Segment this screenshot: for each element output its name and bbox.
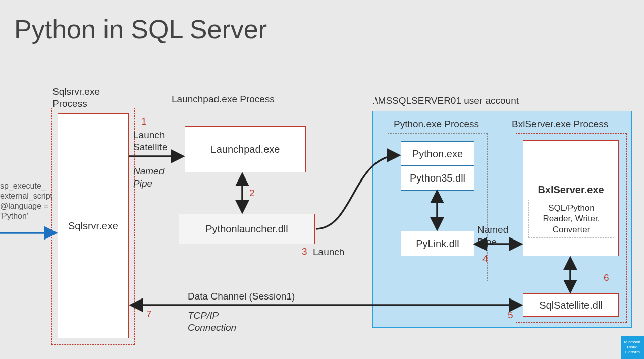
label-data-channel: Data Channel (Session1) xyxy=(188,290,295,303)
box-bxlserver: BxlServer.exe SQL/Python Reader, Writer,… xyxy=(523,140,619,256)
box-bxlserver-sub: SQL/Python Reader, Writer, Converter xyxy=(528,200,614,238)
box-python-exe-label: Python.exe xyxy=(412,148,463,160)
step-5: 5 xyxy=(508,310,513,321)
label-tcpip: TCP/IP Connection xyxy=(188,310,236,334)
label-launch: Launch xyxy=(313,246,344,258)
box-pylink: PyLink.dll xyxy=(401,231,474,256)
step-6: 6 xyxy=(604,272,609,283)
box-pylink-label: PyLink.dll xyxy=(416,238,459,250)
box-python35-label: Python35.dll xyxy=(410,172,465,184)
box-bxlserver-title: BxlServer.exe xyxy=(528,184,613,196)
box-python-exe: Python.exe xyxy=(401,141,474,166)
label-launchpad-process: Launchpad.exe Process xyxy=(172,93,275,105)
footer-logo: Microsoft Cloud Platform xyxy=(621,336,644,359)
label-launch-satellite: Launch Satellite xyxy=(133,129,168,153)
label-sp-execute: sp_execute_ external_script @language = … xyxy=(0,181,52,221)
box-sqlsrvr: Sqlsrvr.exe xyxy=(58,113,129,338)
label-named-pipe-1: Named Pipe xyxy=(133,165,164,190)
label-python-process: Python.exe Process xyxy=(394,118,479,130)
step-3: 3 xyxy=(302,246,307,257)
step-2: 2 xyxy=(249,188,255,199)
box-sqlsatellite: SqlSatellite.dll xyxy=(523,293,619,317)
box-launchpad: Launchpad.exe xyxy=(185,126,306,172)
box-sqlsrvr-label: Sqlsrvr.exe xyxy=(68,220,118,232)
label-named-pipe-2: Named Pipe xyxy=(477,224,508,248)
label-sqlsrvr-process: Sqlsrvr.exe Process xyxy=(52,86,100,110)
step-4: 4 xyxy=(482,253,488,264)
label-bxl-process: BxlServer.exe Process xyxy=(512,118,608,130)
step-1: 1 xyxy=(141,116,147,127)
box-sqlsatellite-label: SqlSatellite.dll xyxy=(539,300,603,311)
box-pythonlauncher: Pythonlauncher.dll xyxy=(179,214,315,244)
label-user-account: .\MSSQLSERVER01 user account xyxy=(372,95,519,107)
step-7: 7 xyxy=(146,309,152,320)
footer-logo-text: Microsoft Cloud Platform xyxy=(624,340,640,355)
box-pythonlauncher-label: Pythonlauncher.dll xyxy=(205,223,288,235)
box-python35: Python35.dll xyxy=(401,165,474,191)
page-title: Python in SQL Server xyxy=(14,14,267,44)
box-launchpad-label: Launchpad.exe xyxy=(211,144,280,155)
